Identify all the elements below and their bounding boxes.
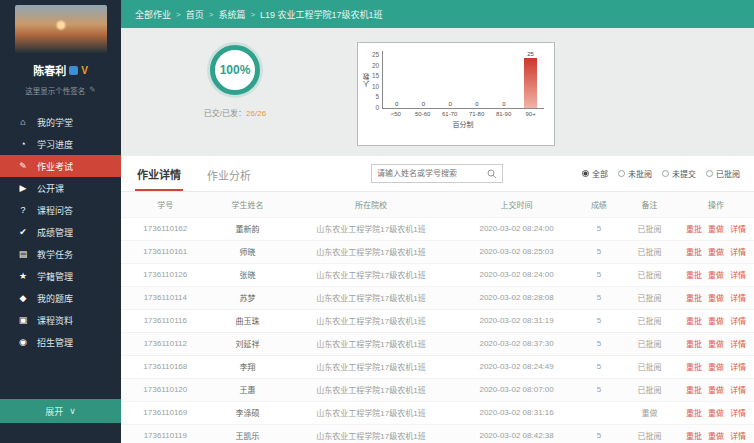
sidebar-item-9[interactable]: ▣课程资料 [0, 309, 121, 331]
action-link-0[interactable]: 重批 [686, 432, 702, 441]
filter-3[interactable]: 已批阅 [706, 168, 740, 179]
sidebar-item-label: 教学任务 [37, 248, 73, 261]
table-row: 1736110168李翔山东农业工程学院17级农机1班2020-03-02 08… [121, 355, 754, 378]
bar-slot: 25 [517, 51, 544, 108]
action-link-1[interactable]: 重做 [708, 386, 724, 395]
expand-button[interactable]: 展开 ∨ [0, 399, 121, 423]
student-name-cell: 师晓 [210, 240, 286, 263]
filter-label: 已批阅 [716, 168, 740, 179]
action-link-2[interactable]: 详情 [730, 294, 746, 303]
sidebar-item-label: 学习进度 [37, 138, 73, 151]
tab-homework-detail[interactable]: 作业详情 [135, 156, 183, 191]
action-link-2[interactable]: 详情 [730, 409, 746, 418]
breadcrumb: 全部作业>首页>系统篇>L19 农业工程学院17级农机1班 [121, 0, 754, 28]
score-cell: 5 [577, 217, 621, 240]
action-link-2[interactable]: 详情 [730, 225, 746, 234]
table-row: 1736110161师晓山东农业工程学院17级农机1班2020-03-02 08… [121, 240, 754, 263]
college-cell: 山东农业工程学院17级农机1班 [286, 401, 457, 424]
search-icon[interactable] [487, 169, 497, 179]
action-link-1[interactable]: 重做 [708, 363, 724, 372]
action-link-0[interactable]: 重批 [686, 317, 702, 326]
action-link-2[interactable]: 详情 [730, 363, 746, 372]
action-link-1[interactable]: 重做 [708, 340, 724, 349]
breadcrumb-item-0[interactable]: 全部作业 [135, 8, 171, 21]
score-distribution-chart: 人数 2520151050 0000025 <5050-6061-7071-80… [357, 42, 555, 146]
sidebar-item-6[interactable]: ▤教学任务 [0, 243, 121, 265]
breadcrumb-separator: > [250, 10, 255, 19]
action-link-1[interactable]: 重做 [708, 317, 724, 326]
student-id-cell: 1736110116 [121, 309, 210, 332]
action-link-1[interactable]: 重做 [708, 432, 724, 441]
sidebar-item-8[interactable]: ◆我的题库 [0, 287, 121, 309]
filter-2[interactable]: 未提交 [662, 168, 696, 179]
actions-cell: 重批重做详情 [678, 401, 754, 424]
breadcrumb-item-2[interactable]: 系统篇 [218, 8, 245, 21]
sidebar-item-7[interactable]: ★学籍管理 [0, 265, 121, 287]
column-header: 操作 [678, 192, 754, 217]
profile-signature: 这里显示个性签名 ✎ [0, 85, 121, 96]
sidebar-item-0[interactable]: ⌂我的学堂 [0, 111, 121, 133]
college-cell: 山东农业工程学院17级农机1班 [286, 309, 457, 332]
actions-cell: 重批重做详情 [678, 286, 754, 309]
student-name-cell: 王惠 [210, 378, 286, 401]
score-cell: 5 [577, 263, 621, 286]
table-row: 1736110126张晓山东农业工程学院17级农机1班2020-03-02 08… [121, 263, 754, 286]
action-link-2[interactable]: 详情 [730, 386, 746, 395]
action-link-0[interactable]: 重批 [686, 271, 702, 280]
homework-table: 学号学生姓名所在院校上交时间成绩备注操作 1736110162董新韵山东农业工程… [121, 192, 754, 443]
action-link-1[interactable]: 重做 [708, 248, 724, 257]
action-link-0[interactable]: 重批 [686, 225, 702, 234]
progress-percent: 100% [220, 63, 251, 77]
action-link-1[interactable]: 重做 [708, 225, 724, 234]
y-tick-label: 15 [372, 72, 379, 79]
action-link-0[interactable]: 重批 [686, 294, 702, 303]
submit-time-cell: 2020-03-02 08:28:08 [456, 286, 576, 309]
action-link-1[interactable]: 重做 [708, 294, 724, 303]
sidebar-item-4[interactable]: ?课程问答 [0, 199, 121, 221]
action-link-1[interactable]: 重做 [708, 271, 724, 280]
action-link-2[interactable]: 详情 [730, 248, 746, 257]
student-id-cell: 1736110169 [121, 401, 210, 424]
action-link-0[interactable]: 重批 [686, 340, 702, 349]
student-id-cell: 1736110126 [121, 263, 210, 286]
actions-cell: 重批重做详情 [678, 355, 754, 378]
admissions-icon: ◉ [16, 337, 30, 347]
sidebar-item-label: 课程问答 [37, 204, 73, 217]
tab-homework-analysis[interactable]: 作业分析 [205, 157, 253, 190]
action-link-0[interactable]: 重批 [686, 386, 702, 395]
bar-slot: 0 [383, 51, 410, 108]
action-link-2[interactable]: 详情 [730, 317, 746, 326]
home-icon: ⌂ [16, 117, 30, 127]
student-name-cell: 苏梦 [210, 286, 286, 309]
action-link-2[interactable]: 详情 [730, 340, 746, 349]
sidebar-item-10[interactable]: ◉招生管理 [0, 331, 121, 353]
action-link-0[interactable]: 重批 [686, 248, 702, 257]
action-link-0[interactable]: 重批 [686, 409, 702, 418]
sidebar-item-1[interactable]: ◔学习进度 [0, 133, 121, 155]
action-link-1[interactable]: 重做 [708, 409, 724, 418]
breadcrumb-item-1[interactable]: 首页 [186, 8, 204, 21]
filter-1[interactable]: 未批阅 [618, 168, 652, 179]
sidebar-item-2[interactable]: ✎作业考试 [0, 155, 121, 177]
note-cell: 已批阅 [621, 286, 678, 309]
filter-0[interactable]: 全部 [582, 168, 608, 179]
sidebar-item-3[interactable]: ▶公开课 [0, 177, 121, 199]
college-cell: 山东农业工程学院17级农机1班 [286, 355, 457, 378]
action-link-2[interactable]: 详情 [730, 271, 746, 280]
edit-icon[interactable]: ✎ [89, 85, 95, 96]
search-input[interactable] [377, 169, 487, 178]
bar-value-label: 25 [527, 51, 534, 57]
y-tick-label: 25 [372, 51, 379, 58]
y-tick-label: 0 [376, 104, 380, 111]
column-header: 所在院校 [286, 192, 457, 217]
action-link-0[interactable]: 重批 [686, 363, 702, 372]
breadcrumb-item-3[interactable]: L19 农业工程学院17级农机1班 [260, 8, 383, 21]
action-link-2[interactable]: 详情 [730, 432, 746, 441]
chart-plot-wrap: 0000025 <5050-6061-7071-8081-9090+ 百分制 [382, 51, 544, 142]
sidebar-item-label: 我的题库 [37, 292, 73, 305]
materials-icon: ▣ [16, 315, 30, 325]
score-cell: 5 [577, 378, 621, 401]
filter-label: 未提交 [672, 168, 696, 179]
sidebar-item-5[interactable]: ✔成绩管理 [0, 221, 121, 243]
gender-icon [69, 66, 78, 75]
